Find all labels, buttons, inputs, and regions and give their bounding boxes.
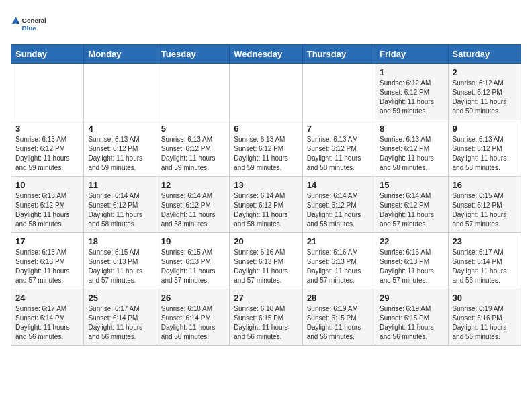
calendar-header: SundayMondayTuesdayWednesdayThursdayFrid…: [11, 45, 521, 64]
day-info: Sunrise: 6:16 AM Sunset: 6:13 PM Dayligh…: [307, 248, 371, 285]
day-info: Sunrise: 6:15 AM Sunset: 6:13 PM Dayligh…: [88, 248, 152, 285]
calendar-cell: 22Sunrise: 6:16 AM Sunset: 6:13 PM Dayli…: [375, 233, 448, 289]
svg-text:General: General: [22, 17, 47, 24]
calendar-cell: 16Sunrise: 6:15 AM Sunset: 6:12 PM Dayli…: [448, 177, 521, 233]
calendar-week-5: 24Sunrise: 6:17 AM Sunset: 6:14 PM Dayli…: [11, 289, 521, 346]
calendar-week-1: 1Sunrise: 6:12 AM Sunset: 6:12 PM Daylig…: [11, 64, 521, 120]
day-number: 21: [307, 236, 371, 246]
calendar-cell: 8Sunrise: 6:13 AM Sunset: 6:12 PM Daylig…: [375, 120, 448, 177]
day-info: Sunrise: 6:19 AM Sunset: 6:15 PM Dayligh…: [307, 304, 371, 342]
day-info: Sunrise: 6:13 AM Sunset: 6:12 PM Dayligh…: [234, 135, 298, 173]
calendar-cell: 9Sunrise: 6:13 AM Sunset: 6:12 PM Daylig…: [448, 120, 521, 177]
calendar-cell: 2Sunrise: 6:12 AM Sunset: 6:12 PM Daylig…: [448, 64, 521, 120]
day-info: Sunrise: 6:17 AM Sunset: 6:14 PM Dayligh…: [453, 248, 517, 285]
calendar-cell: 26Sunrise: 6:18 AM Sunset: 6:14 PM Dayli…: [157, 289, 229, 346]
day-number: 5: [161, 124, 225, 134]
day-number: 19: [161, 236, 225, 246]
day-number: 26: [161, 293, 225, 303]
day-number: 9: [453, 124, 517, 134]
calendar-week-4: 17Sunrise: 6:15 AM Sunset: 6:13 PM Dayli…: [11, 233, 521, 289]
day-number: 12: [161, 180, 225, 190]
calendar-cell: 14Sunrise: 6:14 AM Sunset: 6:12 PM Dayli…: [302, 177, 375, 233]
day-header-saturday: Saturday: [448, 45, 521, 64]
calendar-cell: 17Sunrise: 6:15 AM Sunset: 6:13 PM Dayli…: [11, 233, 84, 289]
day-number: 27: [234, 293, 298, 303]
day-header-tuesday: Tuesday: [157, 45, 229, 64]
day-number: 28: [307, 293, 371, 303]
calendar-week-3: 10Sunrise: 6:13 AM Sunset: 6:12 PM Dayli…: [11, 177, 521, 233]
calendar-table: SundayMondayTuesdayWednesdayThursdayFrid…: [11, 44, 521, 346]
calendar-cell: [230, 64, 302, 120]
calendar-cell: 15Sunrise: 6:14 AM Sunset: 6:12 PM Dayli…: [375, 177, 448, 233]
day-number: 20: [234, 236, 298, 246]
calendar-cell: 18Sunrise: 6:15 AM Sunset: 6:13 PM Dayli…: [84, 233, 157, 289]
day-info: Sunrise: 6:13 AM Sunset: 6:12 PM Dayligh…: [88, 135, 152, 173]
day-number: 1: [380, 67, 443, 77]
day-header-friday: Friday: [375, 45, 448, 64]
day-number: 22: [380, 236, 443, 246]
calendar-cell: 3Sunrise: 6:13 AM Sunset: 6:12 PM Daylig…: [11, 120, 84, 177]
calendar-cell: 7Sunrise: 6:13 AM Sunset: 6:12 PM Daylig…: [302, 120, 375, 177]
day-info: Sunrise: 6:13 AM Sunset: 6:12 PM Dayligh…: [161, 135, 225, 173]
calendar-cell: 19Sunrise: 6:15 AM Sunset: 6:13 PM Dayli…: [157, 233, 229, 289]
calendar-cell: 10Sunrise: 6:13 AM Sunset: 6:12 PM Dayli…: [11, 177, 84, 233]
calendar-cell: 20Sunrise: 6:16 AM Sunset: 6:13 PM Dayli…: [230, 233, 302, 289]
day-info: Sunrise: 6:17 AM Sunset: 6:14 PM Dayligh…: [88, 304, 152, 342]
day-number: 25: [88, 293, 152, 303]
calendar-cell: [11, 64, 84, 120]
day-number: 29: [380, 293, 443, 303]
day-info: Sunrise: 6:19 AM Sunset: 6:16 PM Dayligh…: [453, 304, 517, 342]
day-info: Sunrise: 6:14 AM Sunset: 6:12 PM Dayligh…: [380, 191, 443, 229]
calendar-cell: 29Sunrise: 6:19 AM Sunset: 6:15 PM Dayli…: [375, 289, 448, 346]
svg-text:Blue: Blue: [22, 24, 37, 32]
day-number: 15: [380, 180, 443, 190]
day-info: Sunrise: 6:16 AM Sunset: 6:13 PM Dayligh…: [234, 248, 298, 285]
logo-svg: General Blue: [11, 11, 51, 38]
day-info: Sunrise: 6:14 AM Sunset: 6:12 PM Dayligh…: [161, 191, 225, 229]
day-info: Sunrise: 6:14 AM Sunset: 6:12 PM Dayligh…: [234, 191, 298, 229]
day-info: Sunrise: 6:12 AM Sunset: 6:12 PM Dayligh…: [380, 79, 443, 116]
day-number: 2: [453, 67, 517, 77]
calendar-cell: 13Sunrise: 6:14 AM Sunset: 6:12 PM Dayli…: [230, 177, 302, 233]
day-info: Sunrise: 6:13 AM Sunset: 6:12 PM Dayligh…: [453, 135, 517, 173]
day-info: Sunrise: 6:13 AM Sunset: 6:12 PM Dayligh…: [15, 135, 79, 173]
day-number: 8: [380, 124, 443, 134]
day-number: 7: [307, 124, 371, 134]
day-info: Sunrise: 6:15 AM Sunset: 6:13 PM Dayligh…: [161, 248, 225, 285]
header: General Blue: [11, 11, 521, 38]
day-info: Sunrise: 6:15 AM Sunset: 6:13 PM Dayligh…: [15, 248, 79, 285]
day-info: Sunrise: 6:14 AM Sunset: 6:12 PM Dayligh…: [307, 191, 371, 229]
calendar-cell: 24Sunrise: 6:17 AM Sunset: 6:14 PM Dayli…: [11, 289, 84, 346]
day-info: Sunrise: 6:13 AM Sunset: 6:12 PM Dayligh…: [15, 191, 79, 229]
calendar-cell: [157, 64, 229, 120]
calendar-cell: 27Sunrise: 6:18 AM Sunset: 6:15 PM Dayli…: [230, 289, 302, 346]
day-info: Sunrise: 6:18 AM Sunset: 6:15 PM Dayligh…: [234, 304, 298, 342]
day-number: 30: [453, 293, 517, 303]
calendar-cell: 11Sunrise: 6:14 AM Sunset: 6:12 PM Dayli…: [84, 177, 157, 233]
day-number: 11: [88, 180, 152, 190]
day-number: 23: [453, 236, 517, 246]
day-info: Sunrise: 6:15 AM Sunset: 6:12 PM Dayligh…: [453, 191, 517, 229]
day-number: 24: [15, 293, 79, 303]
calendar-cell: [84, 64, 157, 120]
calendar-cell: 21Sunrise: 6:16 AM Sunset: 6:13 PM Dayli…: [302, 233, 375, 289]
day-number: 14: [307, 180, 371, 190]
calendar-cell: 4Sunrise: 6:13 AM Sunset: 6:12 PM Daylig…: [84, 120, 157, 177]
day-info: Sunrise: 6:12 AM Sunset: 6:12 PM Dayligh…: [453, 79, 517, 116]
day-number: 16: [453, 180, 517, 190]
logo: General Blue: [11, 11, 51, 38]
calendar-cell: 5Sunrise: 6:13 AM Sunset: 6:12 PM Daylig…: [157, 120, 229, 177]
day-number: 3: [15, 124, 79, 134]
day-number: 18: [88, 236, 152, 246]
day-number: 10: [15, 180, 79, 190]
calendar-cell: 28Sunrise: 6:19 AM Sunset: 6:15 PM Dayli…: [302, 289, 375, 346]
calendar-cell: 23Sunrise: 6:17 AM Sunset: 6:14 PM Dayli…: [448, 233, 521, 289]
calendar-cell: 6Sunrise: 6:13 AM Sunset: 6:12 PM Daylig…: [230, 120, 302, 177]
calendar-cell: [302, 64, 375, 120]
day-info: Sunrise: 6:18 AM Sunset: 6:14 PM Dayligh…: [161, 304, 225, 342]
day-number: 13: [234, 180, 298, 190]
calendar-cell: 1Sunrise: 6:12 AM Sunset: 6:12 PM Daylig…: [375, 64, 448, 120]
day-header-monday: Monday: [84, 45, 157, 64]
day-number: 6: [234, 124, 298, 134]
day-info: Sunrise: 6:19 AM Sunset: 6:15 PM Dayligh…: [380, 304, 443, 342]
